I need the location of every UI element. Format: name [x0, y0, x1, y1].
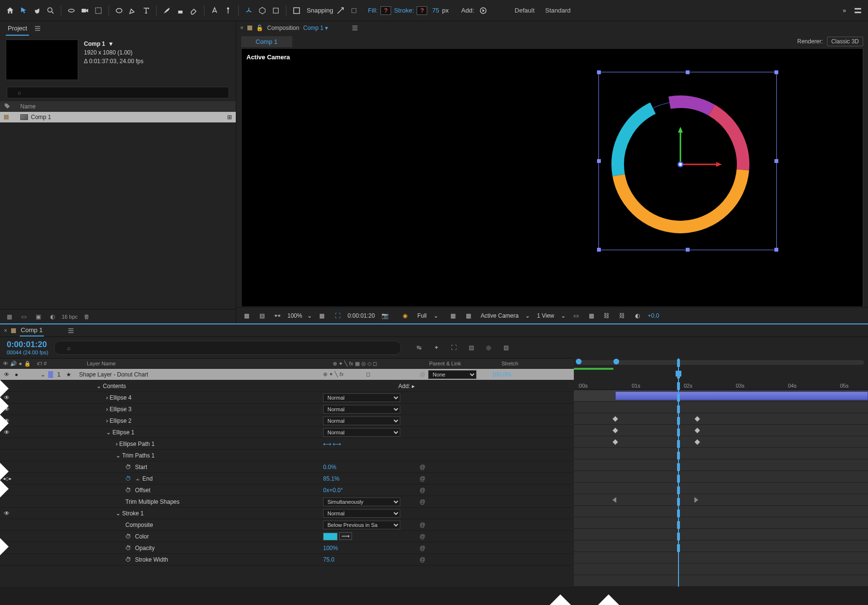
zoom-tool-icon[interactable] — [44, 4, 57, 17]
3d-unified-tool-icon[interactable] — [256, 4, 269, 17]
trim-start-value[interactable]: 0.0% — [323, 464, 336, 471]
graph-editor-icon[interactable]: ▧ — [501, 342, 511, 353]
selection-bounding-box[interactable] — [598, 72, 777, 250]
draft-3d-icon[interactable]: ✦ — [431, 342, 442, 353]
pan-behind-tool-icon[interactable] — [92, 4, 105, 17]
puppet-pin-tool-icon[interactable] — [222, 4, 234, 17]
timeline-timecode[interactable]: 0:00:01:20 — [7, 340, 48, 350]
eyedropper-icon[interactable]: ⟿ — [339, 532, 352, 540]
contents-row[interactable]: ⌄ Contents Add: ▸ — [0, 380, 574, 392]
trim-offset-row[interactable]: ⏱Offset 0x+0.0° @ — [0, 484, 574, 496]
stroke-label[interactable]: Stroke: — [394, 7, 414, 14]
stretch-value[interactable]: 100.0% — [492, 371, 540, 378]
ellipse-path1-row[interactable]: › Ellipse Path 1 ⟷ ⟷ — [0, 438, 574, 450]
flowchart-icon[interactable]: ⊞ — [227, 114, 232, 121]
interpret-footage-icon[interactable]: ▦ — [4, 311, 14, 322]
viewport-timecode[interactable]: 0:00:01:20 — [348, 312, 375, 319]
3d-rotate-tool-icon[interactable] — [270, 4, 282, 17]
stroke-swatch[interactable]: ? — [417, 6, 427, 15]
res-caret[interactable]: ⌄ — [434, 312, 438, 319]
trim-end-row[interactable]: ◂◇▸ ⏱⫠ End 85.1% @ — [0, 473, 574, 484]
stopwatch-active-icon[interactable]: ⏱ — [125, 475, 132, 482]
stroke-opacity-row[interactable]: ⏱Opacity 100% @ — [0, 542, 574, 554]
layer-duration-bar[interactable] — [615, 391, 868, 400]
ellipse2-row[interactable]: 👁 › Ellipse 2 Normal — [0, 415, 574, 427]
home-icon[interactable] — [4, 4, 16, 17]
clone-stamp-tool-icon[interactable] — [174, 4, 187, 17]
timeline-menu-icon[interactable] — [67, 327, 75, 335]
layer-name[interactable]: Shape Layer - Donut Chart — [77, 371, 323, 378]
trim-multi-row[interactable]: Trim Multiple Shapes Simultaneously @ — [0, 496, 574, 508]
solo-dot[interactable]: ● — [13, 371, 20, 378]
fill-label[interactable]: Fill: — [368, 7, 378, 14]
col-layer-name[interactable]: Layer Name — [77, 361, 333, 366]
current-time-indicator[interactable] — [678, 358, 679, 390]
timeline-icon[interactable]: ⛓ — [601, 310, 612, 321]
bpc-label[interactable]: 16 bpc — [62, 314, 78, 320]
layer-color-chip[interactable] — [48, 371, 53, 378]
ease-in-keyframe[interactable] — [612, 497, 616, 503]
shy-icon[interactable]: ⛶ — [448, 342, 459, 353]
3d-view-icon[interactable]: ▦ — [463, 310, 474, 321]
trim-paths1-row[interactable]: ⌄ Trim Paths 1 — [0, 450, 574, 461]
parent-dropdown[interactable]: None — [428, 370, 476, 379]
lock-switch-header-icon[interactable]: 🔒 — [24, 361, 31, 367]
new-folder-icon[interactable]: ▭ — [18, 311, 29, 322]
view-layout-dropdown[interactable]: 1 View — [535, 311, 556, 320]
tag-icon[interactable] — [4, 103, 11, 109]
stroke1-row[interactable]: 👁 ⌄ Stroke 1 Normal — [0, 508, 574, 519]
comp-nav-tab[interactable]: Comp 1 — [241, 36, 292, 47]
hand-tool-icon[interactable] — [31, 4, 43, 17]
brush-tool-icon[interactable] — [161, 4, 173, 17]
project-item-row[interactable]: Comp 1 ⊞ — [0, 112, 236, 122]
settings-icon[interactable] — [852, 4, 864, 17]
stroke-width-value[interactable]: 75.0 — [323, 556, 334, 563]
roi-icon[interactable]: ⛶ — [332, 310, 343, 321]
comp-mini-flowchart-icon[interactable]: ↹ — [414, 342, 424, 353]
time-ruler[interactable]: :00s 01s 02s 03s 04s 05s — [574, 358, 868, 390]
trim-offset-value[interactable]: 0x+0.0° — [323, 487, 343, 494]
panel-menu-icon[interactable] — [34, 25, 41, 32]
channel-icon[interactable]: ◉ — [400, 310, 410, 321]
project-col-name[interactable]: Name — [20, 103, 36, 110]
roto-brush-tool-icon[interactable] — [208, 4, 221, 17]
comp-menu-caret[interactable]: ▼ — [108, 40, 114, 48]
viewport[interactable]: Active Camera — [241, 48, 863, 307]
exposure-reset-icon[interactable]: ◐ — [632, 310, 643, 321]
more-tools-icon[interactable]: » — [838, 4, 851, 17]
workspace-standard[interactable]: Standard — [541, 5, 576, 16]
timeline-tab[interactable]: Comp 1 — [20, 324, 44, 336]
ellipse3-row[interactable]: 👁 › Ellipse 3 Normal — [0, 403, 574, 415]
label-header-icon[interactable]: 🏷 — [37, 361, 42, 367]
project-search-input[interactable] — [7, 87, 229, 98]
comp-thumbnail[interactable] — [6, 40, 78, 80]
layer-row[interactable]: 👁 ● ⌄ 1 ★ Shape Layer - Donut Chart ⊕✦╲f… — [0, 369, 574, 380]
orbit-tool-icon[interactable] — [65, 4, 78, 17]
lock-icon[interactable]: 🔓 — [256, 25, 263, 31]
ease-out-keyframe[interactable] — [694, 497, 698, 503]
flowchart-footer-icon[interactable]: ⛓ — [617, 310, 627, 321]
path-uniform-icon[interactable]: ⟷ ⟷ — [323, 441, 341, 447]
3d-axis-tool-icon[interactable] — [243, 4, 255, 17]
camera-tool-icon[interactable] — [79, 4, 91, 17]
pickwhip-icon[interactable]: @ — [420, 371, 425, 378]
comp-panel-name[interactable]: Comp 1 ▾ — [303, 25, 328, 31]
stopwatch-icon[interactable]: ⏱ — [125, 464, 132, 471]
close-tab-icon[interactable]: × — [240, 25, 244, 31]
stroke-color-swatch[interactable] — [323, 533, 338, 540]
stroke-width-row[interactable]: ⏱Stroke Width 75.0 @ — [0, 554, 574, 565]
new-comp-icon[interactable]: ▣ — [33, 311, 43, 322]
motion-blur-icon[interactable]: ◎ — [483, 342, 494, 353]
eye-icon[interactable]: 👁 — [3, 371, 11, 378]
resolution-icon[interactable]: ▦ — [317, 310, 327, 321]
project-tab[interactable]: Project — [6, 22, 29, 36]
col-stretch[interactable]: Stretch — [502, 361, 550, 366]
pen-tool-icon[interactable] — [126, 4, 139, 17]
comp-panel-menu-icon[interactable] — [351, 24, 359, 32]
magnification-icon[interactable]: ▦ — [241, 310, 252, 321]
exposure-value[interactable]: +0.0 — [648, 312, 659, 319]
grid-guides-icon[interactable]: ▤ — [257, 310, 267, 321]
expression-pickwhip-icon[interactable]: @ — [420, 464, 425, 471]
solo-switch-header-icon[interactable]: ● — [19, 361, 22, 367]
text-tool-icon[interactable] — [140, 4, 152, 17]
